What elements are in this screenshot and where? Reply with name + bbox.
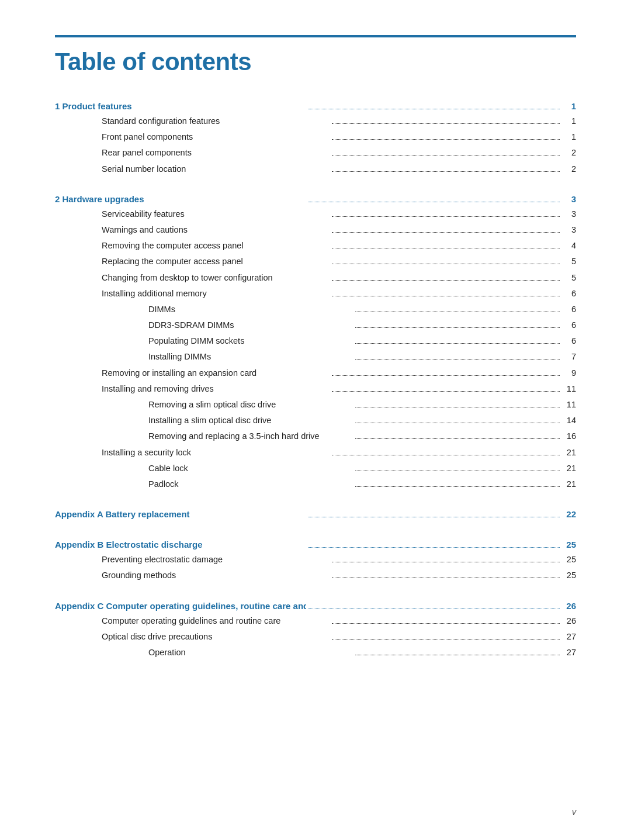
toc-dots <box>355 343 560 344</box>
toc-section-section-1: 1 Product features1Standard configuratio… <box>55 99 576 176</box>
toc-entry-label: Removing or installing an expansion card <box>102 367 330 380</box>
toc-entry-label: 1 Product features <box>55 99 306 113</box>
toc-entry[interactable]: Changing from desktop to tower configura… <box>55 271 576 285</box>
toc-entry[interactable]: Removing the computer access panel4 <box>55 239 576 253</box>
toc-entry[interactable]: Installing additional memory6 <box>55 287 576 300</box>
toc-entry-label: Standard configuration features <box>102 115 330 128</box>
toc-page-number: 6 <box>562 319 576 332</box>
toc-entry[interactable]: Standard configuration features1 <box>55 115 576 128</box>
toc-entry[interactable]: Cable lock21 <box>55 462 576 475</box>
toc-entry[interactable]: Appendix B Electrostatic discharge25 <box>55 538 576 552</box>
toc-dots <box>355 312 560 312</box>
toc-page-number: 16 <box>562 430 576 443</box>
toc-dots <box>332 455 560 455</box>
toc-entry-label: DIMMs <box>148 303 353 316</box>
toc-entry-label: Installing and removing drives <box>102 382 330 396</box>
toc-entry[interactable]: Operation27 <box>55 646 576 659</box>
footer-page-number: v <box>572 807 576 817</box>
toc-dots <box>332 216 560 217</box>
toc-dots <box>332 155 560 155</box>
toc-entry[interactable]: Appendix C Computer operating guidelines… <box>55 599 576 613</box>
toc-entry[interactable]: Rear panel components2 <box>55 146 576 160</box>
toc-entry[interactable]: Populating DIMM sockets6 <box>55 334 576 348</box>
toc-dots <box>332 578 560 578</box>
toc-entry[interactable]: Computer operating guidelines and routin… <box>55 614 576 628</box>
toc-entry-label: Rear panel components <box>102 146 330 160</box>
toc-entry-label: 2 Hardware upgrades <box>55 192 306 206</box>
toc-dots <box>355 423 560 423</box>
toc-section-section-c: Appendix C Computer operating guidelines… <box>55 599 576 660</box>
toc-entry[interactable]: Installing a security lock21 <box>55 446 576 459</box>
toc-entry-label: Warnings and cautions <box>102 223 330 237</box>
toc-entry-label: Front panel components <box>102 130 330 144</box>
toc-entry-label: Replacing the computer access panel <box>102 255 330 268</box>
toc-entry[interactable]: Padlock21 <box>55 478 576 491</box>
toc-entry[interactable]: 2 Hardware upgrades3 <box>55 192 576 206</box>
toc-entry[interactable]: Optical disc drive precautions27 <box>55 630 576 644</box>
toc-entry-label: Changing from desktop to tower configura… <box>102 271 330 285</box>
toc-entry-label: Padlock <box>148 478 353 491</box>
toc-entry-label: Grounding methods <box>102 569 330 582</box>
toc-dots <box>332 391 560 392</box>
toc-dots <box>332 139 560 140</box>
toc-page-number: 25 <box>562 569 576 582</box>
toc-page-number: 21 <box>562 478 576 491</box>
toc-dots <box>355 486 560 487</box>
toc-entry[interactable]: Installing and removing drives11 <box>55 382 576 396</box>
toc-entry-label: Optical disc drive precautions <box>102 630 330 644</box>
toc-entry-label: Appendix C Computer operating guidelines… <box>55 599 306 613</box>
toc-entry[interactable]: Replacing the computer access panel5 <box>55 255 576 268</box>
page-title: Table of contents <box>55 48 576 76</box>
toc-page-number: 1 <box>562 130 576 144</box>
toc-dots <box>355 359 560 359</box>
toc-dots <box>332 562 560 562</box>
toc-dots <box>332 375 560 376</box>
toc-page-number: 25 <box>562 553 576 566</box>
toc-page-number: 2 <box>562 146 576 160</box>
toc-page-number: 3 <box>562 223 576 237</box>
toc-dots <box>332 623 560 624</box>
toc-section-section-2: 2 Hardware upgrades3Serviceability featu… <box>55 192 576 491</box>
toc-page-number: 5 <box>562 255 576 268</box>
toc-entry-label: DDR3-SDRAM DIMMs <box>148 319 353 332</box>
toc-entry-label: Serviceability features <box>102 208 330 221</box>
toc-entry[interactable]: Serviceability features3 <box>55 208 576 221</box>
toc-dots <box>332 264 560 264</box>
toc-entry[interactable]: Warnings and cautions3 <box>55 223 576 237</box>
toc-dots <box>332 296 560 296</box>
toc-entry[interactable]: 1 Product features1 <box>55 99 576 113</box>
toc-entry[interactable]: Removing and replacing a 3.5-inch hard d… <box>55 430 576 443</box>
toc-dots <box>308 202 560 202</box>
toc-entry[interactable]: Grounding methods25 <box>55 569 576 582</box>
toc-entry[interactable]: Front panel components1 <box>55 130 576 144</box>
toc-page-number: 6 <box>562 303 576 316</box>
toc-entry-label: Operation <box>148 646 353 659</box>
toc-entry[interactable]: DDR3-SDRAM DIMMs6 <box>55 319 576 332</box>
toc-page-number: 2 <box>562 163 576 176</box>
toc-page-number: 3 <box>562 208 576 221</box>
toc-entry-label: Removing and replacing a 3.5-inch hard d… <box>148 430 353 443</box>
toc-entry[interactable]: Removing or installing an expansion card… <box>55 367 576 380</box>
toc-page-number: 25 <box>562 538 576 552</box>
toc-entry[interactable]: Installing DIMMs7 <box>55 350 576 364</box>
toc-dots <box>332 248 560 248</box>
toc-entry[interactable]: Appendix A Battery replacement22 <box>55 507 576 521</box>
toc-dots <box>308 609 560 609</box>
toc-entry[interactable]: Installing a slim optical disc drive14 <box>55 414 576 427</box>
toc-entry-label: Removing the computer access panel <box>102 239 330 253</box>
toc-entry-label: Cable lock <box>148 462 353 475</box>
toc-entry[interactable]: DIMMs6 <box>55 303 576 316</box>
toc-entry[interactable]: Removing a slim optical disc drive11 <box>55 398 576 412</box>
toc-page-number: 26 <box>562 599 576 613</box>
toc-entry-label: Computer operating guidelines and routin… <box>102 614 330 628</box>
toc-dots <box>332 280 560 281</box>
toc-entry[interactable]: Preventing electrostatic damage25 <box>55 553 576 566</box>
toc-entry-label: Installing a slim optical disc drive <box>148 414 353 427</box>
toc-dots <box>355 327 560 328</box>
toc-entry[interactable]: Serial number location2 <box>55 163 576 176</box>
toc-entry-label: Installing a security lock <box>102 446 330 459</box>
toc-page-number: 1 <box>562 115 576 128</box>
toc-page-number: 11 <box>562 382 576 396</box>
toc-page-number: 14 <box>562 414 576 427</box>
toc-section-section-a: Appendix A Battery replacement22 <box>55 507 576 521</box>
